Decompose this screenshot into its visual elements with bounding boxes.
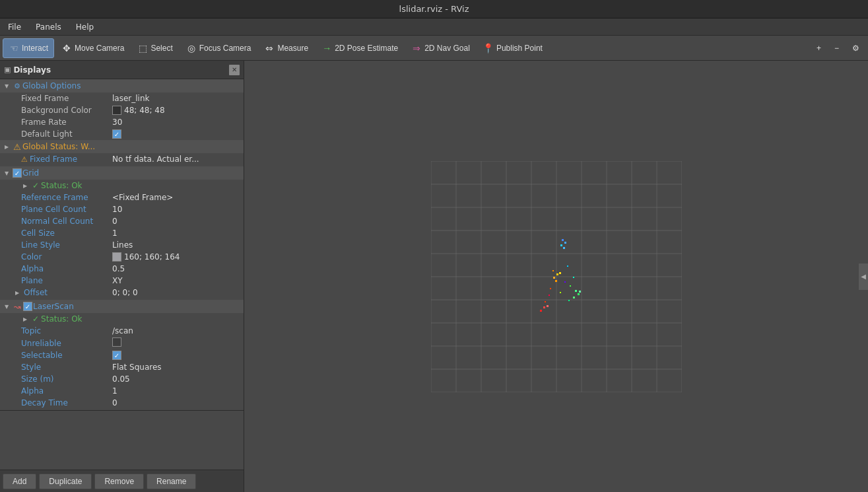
laserscan-unreliable-value[interactable] <box>112 337 242 349</box>
menu-file[interactable]: File <box>4 21 25 33</box>
laserscan-unreliable-checkbox[interactable] <box>112 337 121 347</box>
global-status-row[interactable]: ▶ ⚠ Global Status: W... <box>0 140 244 153</box>
toolbar-move-camera[interactable]: ✥ Move Camera <box>55 38 130 58</box>
grid-status-label: Status: Ok <box>41 181 112 190</box>
laserscan-header-row[interactable]: ▼ ↝ ✓ LaserScan <box>0 300 244 313</box>
frame-rate-row: Frame Rate 30 <box>0 116 244 128</box>
laserscan-alpha-value: 1 <box>112 386 242 396</box>
laserscan-alpha-row: Alpha 1 <box>0 385 244 397</box>
grid-color-row[interactable]: Color 160; 160; 164 <box>0 251 244 263</box>
3d-viewport[interactable]: ◀ <box>244 61 868 492</box>
grid-status-expand[interactable]: ▶ <box>20 180 30 191</box>
svg-rect-41 <box>560 292 561 293</box>
select-icon: ⬚ <box>137 43 148 53</box>
laserscan-expand[interactable]: ▼ <box>1 301 12 312</box>
grid-alpha-row: Alpha 0.5 <box>0 263 244 275</box>
svg-rect-47 <box>573 277 574 278</box>
grid-plane-cell-count-value: 10 <box>112 205 242 214</box>
global-status-fixed-frame-row: ⚠ Fixed Frame No tf data. Actual er... <box>0 153 244 165</box>
window-title: lslidar.rviz - RViz <box>399 4 469 14</box>
laserscan-size-label: Size (m) <box>1 374 112 384</box>
grid-plane-cell-count-label: Plane Cell Count <box>1 205 112 214</box>
grid-line-style-label: Line Style <box>1 240 112 250</box>
title-bar: lslidar.rviz - RViz <box>0 0 868 18</box>
laserscan-topic-row[interactable]: Topic /scan <box>0 325 244 337</box>
default-light-checkbox[interactable]: ✓ <box>112 129 121 139</box>
svg-rect-42 <box>545 301 546 302</box>
laserscan-topic-label: Topic <box>1 326 112 335</box>
main-content: ▣ Displays ✕ ▼ ⚙ Global Options Fixed Fr… <box>0 61 868 492</box>
background-color-row[interactable]: Background Color 48; 48; 48 <box>0 104 244 116</box>
laserscan-selectable-checkbox[interactable]: ✓ <box>112 351 121 360</box>
grid-visibility-checkbox[interactable]: ✓ <box>12 168 22 178</box>
displays-tree[interactable]: ▼ ⚙ Global Options Fixed Frame laser_lin… <box>0 79 244 410</box>
laserscan-status-expand[interactable]: ▶ <box>20 314 30 324</box>
displays-icon: ▣ <box>4 65 11 74</box>
grid-line-style-row[interactable]: Line Style Lines <box>0 239 244 251</box>
toolbar-minus[interactable]: − <box>828 38 845 58</box>
grid-plane-label: Plane <box>1 276 112 285</box>
global-options-label: Global Options <box>22 81 242 90</box>
svg-rect-25 <box>560 244 562 246</box>
toolbar-plus[interactable]: + <box>811 38 827 58</box>
toolbar-select[interactable]: ⬚ Select <box>131 38 178 58</box>
global-status-label: Global Status: W... <box>22 142 242 151</box>
laserscan-selectable-value[interactable]: ✓ <box>112 351 242 361</box>
grid-cell-size-row: Cell Size 1 <box>0 227 244 239</box>
laserscan-status-row: ▶ ✓ Status: Ok <box>0 313 244 325</box>
toolbar-interact[interactable]: ☜ Interact <box>3 38 54 58</box>
background-color-value[interactable]: 48; 48; 48 <box>112 106 242 115</box>
laserscan-decay-time-value: 0 <box>112 398 242 407</box>
add-button[interactable]: Add <box>3 474 36 489</box>
grid-plane-row[interactable]: Plane XY <box>0 275 244 287</box>
toolbar-measure[interactable]: ⇔ Measure <box>258 38 314 58</box>
grid-header-row[interactable]: ▼ ✓ Grid <box>0 166 244 180</box>
grid-label: Grid <box>22 168 242 178</box>
displays-title: Displays <box>13 65 51 75</box>
duplicate-button[interactable]: Duplicate <box>39 474 92 489</box>
grid-color-swatch <box>112 252 121 262</box>
remove-button[interactable]: Remove <box>94 474 144 489</box>
bottom-panel <box>0 410 244 470</box>
global-status-expand[interactable]: ▶ <box>1 141 12 152</box>
global-options-row[interactable]: ▼ ⚙ Global Options <box>0 79 244 92</box>
svg-rect-34 <box>556 273 558 275</box>
rename-button[interactable]: Rename <box>147 474 196 489</box>
grid-color-value[interactable]: 160; 160; 164 <box>112 252 242 262</box>
svg-rect-27 <box>575 290 577 292</box>
laserscan-unreliable-label: Unreliable <box>1 339 112 348</box>
grid-offset-row[interactable]: ▶ Offset 0; 0; 0 <box>0 287 244 299</box>
grid-line-style-value: Lines <box>112 240 242 250</box>
svg-rect-28 <box>578 293 580 295</box>
move-camera-icon: ✥ <box>61 43 72 53</box>
laserscan-visibility-checkbox[interactable]: ✓ <box>22 301 33 312</box>
global-options-expand[interactable]: ▼ <box>1 81 12 91</box>
global-options-icon: ⚙ <box>12 81 22 91</box>
toolbar-publish-point[interactable]: 📍 Publish Point <box>477 38 549 58</box>
toolbar-gear[interactable]: ⚙ <box>846 38 865 58</box>
fixed-frame-row: Fixed Frame laser_link <box>0 92 244 104</box>
laserscan-unreliable-row[interactable]: Unreliable <box>0 337 244 349</box>
grid-offset-expand[interactable]: ▶ <box>12 287 22 298</box>
global-status-fixed-frame-value: No tf data. Actual er... <box>112 155 242 164</box>
toolbar-2d-nav[interactable]: ⇒ 2D Nav Goal <box>405 38 476 58</box>
grid-reference-frame-value: <Fixed Frame> <box>112 193 242 202</box>
toolbar-focus-camera[interactable]: ◎ Focus Camera <box>180 38 257 58</box>
measure-icon: ⇔ <box>264 43 275 53</box>
laserscan-type-icon: ↝ <box>12 301 22 312</box>
grid-reference-frame-row: Reference Frame <Fixed Frame> <box>0 192 244 203</box>
laserscan-style-row[interactable]: Style Flat Squares <box>0 361 244 373</box>
default-light-value[interactable]: ✓ <box>112 129 242 139</box>
collapse-panel-button[interactable]: ◀ <box>859 264 868 290</box>
grid-status-ok-icon: ✓ <box>32 181 39 190</box>
menu-panels[interactable]: Panels <box>32 21 65 33</box>
svg-rect-31 <box>543 306 545 308</box>
displays-close-button[interactable]: ✕ <box>229 65 240 75</box>
toolbar-2d-pose[interactable]: → 2D Pose Estimate <box>316 38 404 58</box>
menu-help[interactable]: Help <box>72 21 98 33</box>
laserscan-status-label: Status: Ok <box>41 314 112 324</box>
grid-normal-cell-count-label: Normal Cell Count <box>1 217 112 226</box>
laserscan-selectable-row[interactable]: Selectable ✓ <box>0 349 244 361</box>
grid-expand[interactable]: ▼ <box>1 168 12 178</box>
bottom-buttons: Add Duplicate Remove Rename <box>0 470 244 492</box>
